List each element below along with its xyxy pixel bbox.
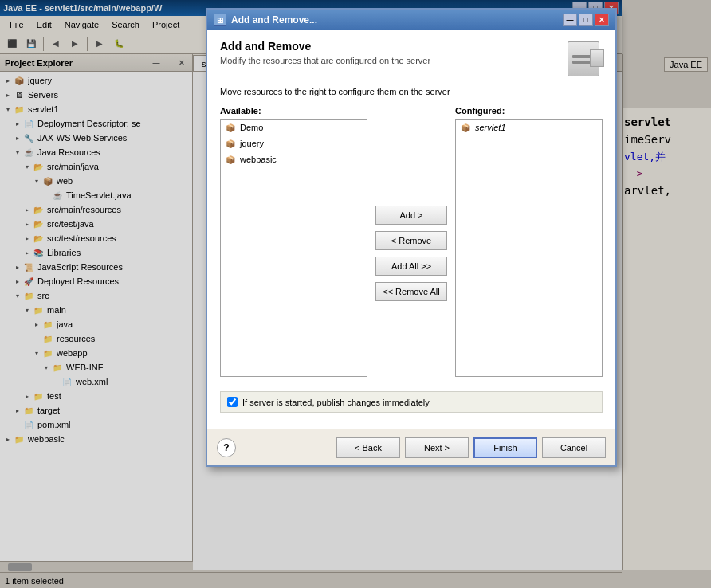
configured-list: 📦 servlet1: [455, 119, 603, 377]
jquery-resource-icon: 📦: [224, 137, 237, 150]
help-button[interactable]: ?: [217, 438, 236, 457]
add-remove-dialog: ⊞ Add and Remove... — □ ✕ Add and Remove…: [206, 8, 617, 467]
demo-resource-icon: 📦: [224, 121, 237, 134]
configured-label: Configured:: [455, 106, 603, 116]
dialog-server-icon-area: [564, 40, 603, 78]
back-button[interactable]: < Back: [336, 437, 400, 458]
servlet1-resource-label: servlet1: [475, 123, 506, 132]
available-list: 📦 Demo 📦 jquery 📦 webbasic: [220, 119, 367, 377]
dialog-title-icon: ⊞: [214, 14, 226, 26]
dialog-minimize-btn[interactable]: —: [563, 14, 577, 26]
dialog-overlay: ⊞ Add and Remove... — □ ✕ Add and Remove…: [0, 0, 711, 588]
add-button[interactable]: Add >: [375, 206, 447, 225]
transfer-buttons: Add > < Remove Add All >> << Remove All: [375, 106, 447, 377]
available-item-demo[interactable]: 📦 Demo: [221, 120, 367, 135]
available-label: Available:: [220, 106, 367, 116]
remove-all-button[interactable]: << Remove All: [375, 282, 447, 301]
add-all-button[interactable]: Add All >>: [375, 257, 447, 276]
next-button[interactable]: Next >: [405, 437, 469, 458]
dialog-title: Add and Remove...: [231, 14, 317, 25]
jquery-resource-label: jquery: [240, 139, 264, 148]
dialog-description: Modify the resources that are configured…: [220, 56, 603, 65]
remove-button[interactable]: < Remove: [375, 231, 447, 250]
dialog-content-area: Add and Remove Modify the resources that…: [207, 30, 615, 429]
dialog-footer: ? < Back Next > Finish Cancel: [207, 429, 615, 465]
webbasic-resource-label: webbasic: [240, 155, 277, 164]
configured-panel: Configured: 📦 servlet1: [455, 106, 603, 377]
dialog-maximize-btn[interactable]: □: [579, 14, 593, 26]
servlet1-resource-icon: 📦: [459, 121, 472, 134]
dialog-close-btn[interactable]: ✕: [595, 14, 609, 26]
resources-area: Available: 📦 Demo 📦 jquery 📦: [220, 106, 603, 377]
available-item-webbasic[interactable]: 📦 webbasic: [221, 151, 367, 167]
dialog-instruction: Move resources to the right to configure…: [220, 87, 603, 96]
demo-resource-label: Demo: [240, 123, 263, 132]
available-item-jquery[interactable]: 📦 jquery: [221, 135, 367, 151]
publish-checkbox-area: If server is started, publish changes im…: [220, 391, 603, 413]
dialog-heading: Add and Remove: [220, 40, 603, 53]
publish-checkbox[interactable]: [227, 397, 238, 407]
available-panel: Available: 📦 Demo 📦 jquery 📦: [220, 106, 367, 377]
dialog-titlebar: ⊞ Add and Remove... — □ ✕: [207, 10, 615, 30]
publish-checkbox-label[interactable]: If server is started, publish changes im…: [242, 398, 430, 407]
finish-button[interactable]: Finish: [473, 437, 537, 458]
configured-item-servlet1[interactable]: 📦 servlet1: [456, 120, 602, 135]
dialog-separator: [220, 80, 603, 80]
webbasic-resource-icon: 📦: [224, 153, 237, 166]
cancel-button[interactable]: Cancel: [542, 437, 606, 458]
dialog-header: Add and Remove Modify the resources that…: [220, 40, 603, 65]
